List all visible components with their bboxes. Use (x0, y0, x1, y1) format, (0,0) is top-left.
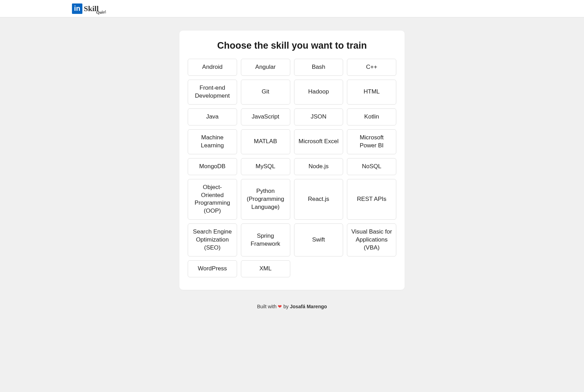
skill-button[interactable]: Swift (294, 223, 343, 256)
skill-button[interactable]: C++ (347, 59, 396, 76)
footer: Built with ❤ by Josafá Marengo (0, 297, 584, 316)
skill-button[interactable]: Hadoop (294, 80, 343, 105)
skill-button[interactable]: Microsoft Excel (294, 129, 343, 154)
skill-button[interactable]: NoSQL (347, 158, 396, 175)
logo-skill-text: Skill Quiz! (84, 4, 99, 13)
header: in Skill Quiz! (0, 0, 584, 17)
logo-quiz-text: Quiz! (96, 9, 107, 15)
skill-button[interactable]: Android (188, 59, 237, 76)
skill-button[interactable]: JavaScript (241, 108, 290, 125)
skill-button[interactable]: Java (188, 108, 237, 125)
skill-button[interactable]: MongoDB (188, 158, 237, 175)
skill-button[interactable]: Kotlin (347, 108, 396, 125)
skill-button[interactable]: Python (Programming Language) (241, 179, 290, 220)
skill-button[interactable]: Object-Oriented Programming (OOP) (188, 179, 237, 220)
skill-button[interactable]: Machine Learning (188, 129, 237, 154)
skill-button[interactable]: Git (241, 80, 290, 105)
skill-button[interactable]: Front-end Development (188, 80, 237, 105)
main-content: Choose the skill you want to train Andro… (0, 17, 584, 297)
footer-middle: by (282, 304, 290, 309)
page-title: Choose the skill you want to train (188, 40, 396, 51)
skill-button[interactable]: JSON (294, 108, 343, 125)
skill-button[interactable]: React.js (294, 179, 343, 220)
logo-in-icon: in (72, 3, 82, 14)
skill-card: Choose the skill you want to train Andro… (179, 31, 405, 290)
skill-button[interactable]: REST APIs (347, 179, 396, 220)
skills-grid: AndroidAngularBashC++Front-end Developme… (188, 59, 396, 277)
skill-button[interactable]: XML (241, 260, 290, 277)
skill-button[interactable]: MATLAB (241, 129, 290, 154)
skill-button[interactable]: Microsoft Power BI (347, 129, 396, 154)
footer-prefix: Built with (257, 304, 278, 309)
heart-icon: ❤ (278, 304, 282, 309)
skill-button[interactable]: Angular (241, 59, 290, 76)
skill-button[interactable]: MySQL (241, 158, 290, 175)
skill-button[interactable]: Search Engine Optimization (SEO) (188, 223, 237, 256)
skill-button[interactable]: Spring Framework (241, 223, 290, 256)
skill-button[interactable]: Node.js (294, 158, 343, 175)
skill-button[interactable]: WordPress (188, 260, 237, 277)
skill-button[interactable]: Visual Basic for Applications (VBA) (347, 223, 396, 256)
skill-button[interactable]: Bash (294, 59, 343, 76)
logo[interactable]: in Skill Quiz! (72, 3, 99, 14)
footer-author-link[interactable]: Josafá Marengo (290, 304, 327, 309)
skill-button[interactable]: HTML (347, 80, 396, 105)
